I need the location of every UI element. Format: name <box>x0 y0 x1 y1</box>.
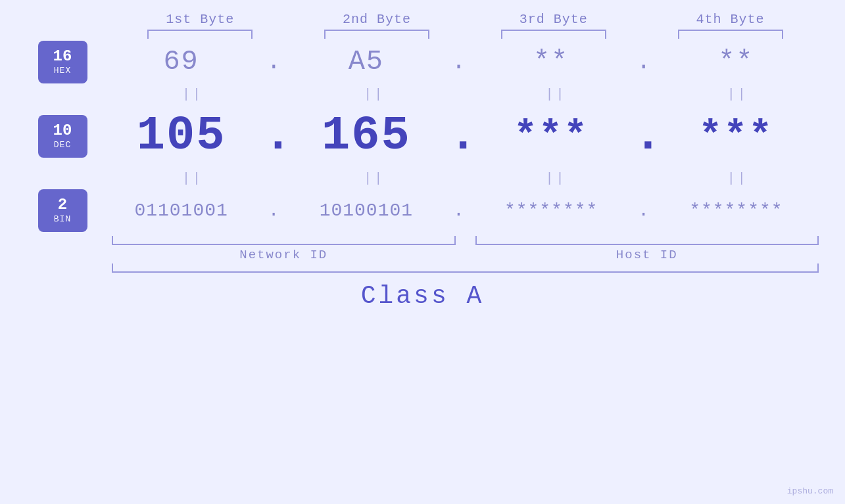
eq2-3: || <box>475 171 637 186</box>
dec-base-num: 10 <box>53 122 72 139</box>
hex-label-container: 16 HEX <box>26 41 99 83</box>
top-bracket-3 <box>501 30 606 39</box>
hex-base-text: HEX <box>54 66 71 76</box>
dec-dot-1: . <box>264 109 283 163</box>
bin-cell-2: 10100101 <box>283 200 448 221</box>
equals-row-2: || || || || <box>26 169 819 187</box>
dec-value-4: *** <box>698 114 773 158</box>
bracket-gap <box>456 236 475 245</box>
dec-cell-1: 105 <box>99 109 264 163</box>
network-id-label: Network ID <box>112 248 456 262</box>
full-bottom-bracket <box>112 263 819 273</box>
dec-cell-4: *** <box>654 114 819 158</box>
bin-dot-1: . <box>264 200 283 221</box>
bin-dot-3: . <box>634 200 654 221</box>
eq-2: || <box>293 87 455 102</box>
hex-label-box: 16 HEX <box>38 41 87 83</box>
bin-value-2: 10100101 <box>320 200 413 221</box>
dec-cell-2: 165 <box>283 109 448 163</box>
hex-cell-4: ** <box>654 46 819 78</box>
hex-dot-3: . <box>634 49 654 76</box>
hex-dot-1: . <box>264 49 283 76</box>
eq-3: || <box>475 87 637 102</box>
bin-value-3: ******** <box>504 200 598 221</box>
bin-cells: 01101001 . 10100101 . ******** . *******… <box>99 200 819 221</box>
network-id-bracket <box>112 236 456 245</box>
class-label: Class A <box>361 282 485 310</box>
bin-dot-2: . <box>449 200 469 221</box>
hex-value-2: A5 <box>349 46 384 78</box>
hex-value-3: ** <box>533 46 569 78</box>
bin-cell-4: ******** <box>654 200 819 221</box>
segment-labels-row: Network ID Host ID <box>26 248 819 262</box>
eq2-4: || <box>657 171 819 186</box>
class-row: Class A <box>26 282 819 310</box>
byte-headers-row: 1st Byte 2nd Byte 3rd Byte 4th Byte <box>26 12 819 27</box>
hex-cell-2: A5 <box>283 46 448 78</box>
label-gap <box>456 248 475 262</box>
dec-value-1: 105 <box>137 109 226 163</box>
bracket-cell-3 <box>466 30 642 39</box>
byte-header-3: 3rd Byte <box>466 12 642 27</box>
dec-value-2: 165 <box>322 109 411 163</box>
bin-cell-1: 01101001 <box>99 200 264 221</box>
eq-1: || <box>112 87 274 102</box>
main-container: 1st Byte 2nd Byte 3rd Byte 4th Byte 16 H… <box>0 0 845 504</box>
dec-value-3: *** <box>514 114 589 158</box>
hex-cell-1: 69 <box>99 46 264 78</box>
dec-label-box: 10 DEC <box>38 115 87 158</box>
eq-4: || <box>657 87 819 102</box>
bottom-brackets-container <box>26 236 819 245</box>
dec-cell-3: *** <box>469 114 634 158</box>
host-id-label: Host ID <box>475 248 819 262</box>
host-id-bracket <box>475 236 819 245</box>
hex-value-1: 69 <box>163 46 199 78</box>
bin-value-1: 01101001 <box>134 200 228 221</box>
watermark: ipshu.com <box>787 486 833 496</box>
eq2-1: || <box>112 171 274 186</box>
dec-cells: 105 . 165 . *** . *** <box>99 109 819 163</box>
bin-cell-3: ******** <box>469 200 634 221</box>
dec-row: 10 DEC 105 . 165 . *** . *** <box>26 103 819 169</box>
dec-label-container: 10 DEC <box>26 115 99 158</box>
byte-header-2: 2nd Byte <box>289 12 466 27</box>
eq2-2: || <box>293 171 455 186</box>
top-bracket-4 <box>678 30 783 39</box>
top-bracket-1 <box>147 30 253 39</box>
hex-cell-3: ** <box>469 46 634 78</box>
hex-value-4: ** <box>718 46 754 78</box>
dec-base-text: DEC <box>54 140 71 150</box>
bin-row: 2 BIN 01101001 . 10100101 . ******** . *… <box>26 187 819 233</box>
hex-row: 16 HEX 69 . A5 . ** . ** <box>26 39 819 85</box>
byte-header-4: 4th Byte <box>642 12 819 27</box>
dec-dot-2: . <box>449 109 469 163</box>
hex-base-num: 16 <box>53 48 72 65</box>
bracket-cell-1 <box>112 30 289 39</box>
byte-header-1: 1st Byte <box>112 12 289 27</box>
hex-cells: 69 . A5 . ** . ** <box>99 46 819 78</box>
bracket-cell-2 <box>289 30 466 39</box>
bin-value-4: ******** <box>689 200 783 221</box>
bin-label-container: 2 BIN <box>26 189 99 232</box>
bin-label-box: 2 BIN <box>38 189 87 232</box>
equals-row-1: || || || || <box>26 85 819 103</box>
top-brackets-row <box>26 30 819 39</box>
top-bracket-2 <box>324 30 429 39</box>
dec-dot-3: . <box>634 109 654 163</box>
bin-base-num: 2 <box>58 196 67 214</box>
bracket-cell-4 <box>642 30 819 39</box>
hex-dot-2: . <box>449 49 469 76</box>
bin-base-text: BIN <box>54 214 71 224</box>
